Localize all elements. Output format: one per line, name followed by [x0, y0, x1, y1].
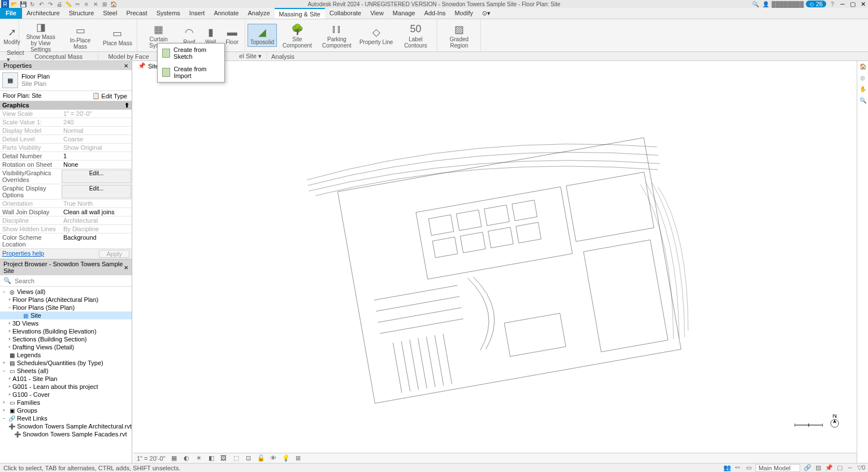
tab-addins[interactable]: Add-Ins — [420, 8, 450, 19]
tab-massing-site[interactable]: Massing & Site — [275, 8, 325, 19]
parking-component-button[interactable]: ⫿⫿ Parking Component — [318, 21, 356, 50]
tab-analyze[interactable]: Analyze — [243, 8, 274, 19]
main-model-combo[interactable]: Main Model — [756, 464, 800, 472]
redo-icon[interactable]: ↷ — [46, 0, 54, 8]
design-options-icon[interactable]: ▭ — [745, 464, 752, 471]
instance-combo[interactable]: Floor Plan: Site — [2, 92, 90, 99]
reveal-icon[interactable]: 💡 — [282, 454, 290, 462]
minimize-button[interactable]: ─ — [839, 1, 847, 7]
search-icon[interactable]: 🔍 — [752, 0, 760, 8]
tab-modify[interactable]: Modify — [450, 8, 478, 19]
gd-edit-button[interactable]: Edit... — [62, 185, 131, 198]
tab-annotate[interactable]: Annotate — [209, 8, 243, 19]
inplace-mass-button[interactable]: ▭ In-Place Mass — [61, 23, 99, 51]
select-underlay-icon[interactable]: ▨ — [814, 464, 822, 471]
view-scale-label[interactable]: 1" = 20'-0" — [137, 455, 166, 462]
nav-zoom-icon[interactable]: 🔍 — [859, 97, 867, 105]
select-pinned-icon[interactable]: 📌 — [825, 464, 832, 471]
sync-icon[interactable]: ↻ — [28, 0, 36, 8]
vg-edit-button[interactable]: Edit... — [62, 170, 131, 183]
tree-floor-plans-site[interactable]: −Floor Plans (Site Plan) — [0, 304, 132, 311]
close-button[interactable]: ✕ — [859, 1, 867, 8]
tree-3d-views[interactable]: +3D Views — [0, 319, 132, 327]
tree-families[interactable]: +▭Families — [0, 399, 132, 406]
shadows-icon[interactable]: ◧ — [207, 454, 215, 462]
drag-icon[interactable]: ↔ — [847, 464, 854, 471]
user-icon[interactable]: 👤 — [762, 0, 770, 8]
tree-views[interactable]: −◎Views (all) — [0, 288, 132, 296]
tab-manage[interactable]: Manage — [388, 8, 420, 19]
detail-level-icon[interactable]: ▦ — [170, 454, 178, 462]
filter-icon[interactable]: ▽0 — [857, 464, 865, 471]
tab-precast[interactable]: Precast — [121, 8, 151, 19]
unlock-icon[interactable]: 🔓 — [257, 454, 265, 462]
graded-region-button[interactable]: ▨ Graded Region — [440, 21, 478, 50]
tab-dropdown-icon[interactable]: ⊙▾ — [478, 8, 495, 19]
tab-structure[interactable]: Structure — [64, 8, 99, 19]
tab-view[interactable]: View — [366, 8, 388, 19]
browser-search-input[interactable] — [15, 278, 128, 284]
tree-g100[interactable]: +G100 - Cover — [0, 391, 132, 399]
visual-style-icon[interactable]: ◐ — [183, 454, 190, 462]
tree-elevations[interactable]: +Elevations (Building Elevation) — [0, 327, 132, 335]
close-hidden-icon[interactable]: ✕ — [92, 0, 99, 8]
tree-sheets[interactable]: −▭Sheets (all) — [0, 367, 132, 375]
tab-insert[interactable]: Insert — [185, 8, 210, 19]
measure-icon[interactable]: 📏 — [64, 0, 72, 8]
help-icon[interactable]: ? — [828, 0, 836, 8]
create-from-import[interactable]: Create from Import — [158, 63, 224, 82]
switch-windows-icon[interactable]: ⊞ — [101, 0, 108, 8]
maximize-button[interactable]: ▢ — [849, 1, 857, 8]
drawing-canvas[interactable] — [132, 71, 857, 463]
nav-wheel-icon[interactable]: ◎ — [859, 75, 867, 83]
tab-steel[interactable]: Steel — [98, 8, 121, 19]
nav-home-icon[interactable]: 🏠 — [859, 63, 867, 71]
edit-type-button[interactable]: 📋 Edit Type — [90, 92, 129, 99]
tree-floor-plans-arch[interactable]: +Floor Plans (Architectural Plan) — [0, 296, 132, 304]
worksets-icon[interactable]: 👥 — [723, 464, 731, 471]
tree-link-facades[interactable]: ➕Snowdon Towers Sample Facades.rvt — [0, 430, 132, 438]
tree-site[interactable]: ▦Site — [0, 311, 132, 319]
tree-revit-links[interactable]: −🔗Revit Links — [0, 414, 132, 422]
save-icon[interactable]: 💾 — [19, 0, 27, 8]
toposolid-button[interactable]: ◢ Toposolid — [248, 24, 277, 47]
nav-pan-icon[interactable]: ✋ — [859, 86, 867, 94]
place-mass-button[interactable]: ▭ Place Mass — [101, 25, 134, 47]
thin-lines-icon[interactable]: ≡ — [83, 0, 90, 8]
tab-file[interactable]: File — [0, 8, 22, 19]
constraints-icon[interactable]: ⊞ — [294, 454, 302, 462]
tree-g001[interactable]: +G001 - Learn about this project — [0, 383, 132, 391]
select-links-icon[interactable]: 🔗 — [804, 464, 811, 471]
sun-path-icon[interactable]: ☀ — [195, 454, 203, 462]
tab-architecture[interactable]: Architecture — [22, 8, 64, 19]
tab-systems[interactable]: Systems — [152, 8, 185, 19]
crop-icon[interactable]: ⬚ — [232, 454, 240, 462]
viewport[interactable]: 📌 Site — [132, 61, 857, 463]
tree-link-arch[interactable]: ➕Snowdon Towers Sample Architectural.rvt — [0, 422, 132, 430]
select-face-icon[interactable]: ▢ — [836, 464, 843, 471]
tree-drafting[interactable]: +Drafting Views (Detail) — [0, 343, 132, 351]
tree-groups[interactable]: +▣Groups — [0, 406, 132, 414]
tab-collaborate[interactable]: Collaborate — [325, 8, 366, 19]
tree-sections[interactable]: +Sections (Building Section) — [0, 335, 132, 343]
open-icon[interactable]: 📂 — [10, 0, 18, 8]
undo-icon[interactable]: ↶ — [37, 0, 45, 8]
property-line-button[interactable]: ◇ Property Line — [357, 24, 395, 46]
properties-close-icon[interactable]: ✕ — [124, 63, 128, 69]
tree-a101[interactable]: +A101 - Site Plan — [0, 375, 132, 383]
show-crop-icon[interactable]: ⊡ — [245, 454, 253, 462]
show-mass-button[interactable]: ◨ Show Mass by View Settings — [21, 19, 60, 54]
section-icon[interactable]: ✂ — [73, 0, 81, 8]
browser-close-icon[interactable]: ✕ — [124, 265, 128, 271]
temp-hide-icon[interactable]: 👁 — [270, 454, 277, 462]
home-icon[interactable]: 🏠 — [110, 0, 118, 8]
type-selector[interactable]: ▦ Floor Plan Site Plan — [0, 70, 132, 91]
modify-button[interactable]: ➚ Modify — [2, 24, 21, 46]
editable-icon[interactable]: ✏ — [734, 464, 741, 471]
floor-button[interactable]: ▬ Floor — [222, 24, 242, 46]
rendering-icon[interactable]: 🖼 — [220, 454, 228, 462]
print-icon[interactable]: 🖨 — [55, 0, 63, 8]
tree-legends[interactable]: ▦Legends — [0, 351, 132, 359]
site-component-button[interactable]: 🌳 Site Component — [278, 21, 316, 50]
apply-button[interactable]: Apply — [99, 250, 129, 258]
